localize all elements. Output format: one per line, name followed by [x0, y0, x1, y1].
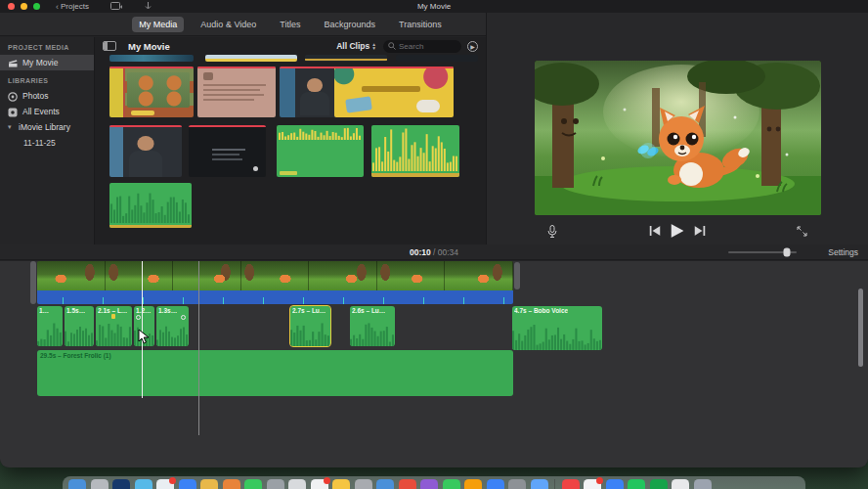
timeline-scrollbar[interactable] [858, 289, 863, 367]
dock-icon[interactable] [399, 479, 416, 489]
media-thumbnail[interactable] [109, 55, 194, 62]
zoom-window-button[interactable] [33, 3, 40, 10]
dock-icon[interactable] [531, 479, 548, 489]
search-input[interactable] [399, 42, 456, 51]
media-browser: My Movie All Clips ▴▾ ▶ [95, 37, 486, 244]
play-button[interactable] [672, 224, 684, 238]
dock-icon[interactable] [584, 479, 601, 489]
audio-clip[interactable]: 1… [37, 306, 63, 346]
media-thumbnail-audio-wave[interactable] [109, 183, 192, 228]
audio-clip[interactable]: 1.3s… [156, 306, 189, 346]
tab-titles[interactable]: Titles [273, 17, 307, 32]
dock-icon[interactable] [112, 479, 130, 489]
dock-icon[interactable] [244, 479, 262, 489]
dock-icon[interactable] [487, 479, 504, 489]
fullscreen-icon[interactable] [797, 226, 807, 237]
clip-trim-handle-right[interactable] [514, 262, 520, 289]
sidebar-item-label: iMovie Library [19, 122, 70, 132]
fox-forest-scene [535, 61, 821, 215]
sidebar-item-imovie-library[interactable]: ▾ iMovie Library [0, 119, 94, 135]
dock-icon[interactable] [267, 479, 284, 489]
media-thumbnail-audio-yellow[interactable] [277, 125, 364, 177]
sidebar-item-photos[interactable]: Photos [0, 88, 94, 104]
sidebar-item-my-movie[interactable]: My Movie [0, 55, 94, 70]
download-arrow-icon[interactable] [144, 2, 152, 11]
next-frame-button[interactable] [695, 226, 706, 236]
time-separator: / [431, 247, 438, 257]
dock-icon[interactable] [288, 479, 306, 489]
dock-icon[interactable] [223, 479, 240, 489]
projects-back-button[interactable]: ‹ Projects [56, 2, 89, 12]
clip-filter-dropdown[interactable]: All Clips ▴▾ [336, 41, 375, 51]
dock-icon[interactable] [376, 479, 394, 489]
sidebar-item-event-11-11-25[interactable]: 11-11-25 [0, 135, 94, 151]
audio-clip[interactable]: 2.1s – L… [96, 306, 132, 346]
dock-icon[interactable] [420, 479, 438, 489]
disclosure-chevron-icon[interactable]: ▾ [8, 123, 14, 131]
sidebar-item-all-events[interactable]: All Events [0, 104, 94, 119]
dock-icon[interactable] [179, 479, 196, 489]
media-thumbnail-fox-collage[interactable] [109, 67, 194, 117]
dock-icon[interactable] [200, 479, 218, 489]
search-field[interactable] [383, 40, 461, 53]
continuous-playback-icon[interactable]: ▶ [467, 41, 478, 52]
browser-title: My Movie [128, 41, 170, 52]
audio-clip-label: 2.1s – L… [98, 307, 127, 314]
audio-clip-bobo-voice[interactable]: 4.7s – Bobo Voice [512, 306, 602, 350]
dock-icon[interactable] [672, 479, 689, 489]
clip-filter-label: All Clips [336, 41, 369, 51]
dock-icon[interactable] [628, 479, 645, 489]
timeline-header: 00:10 / 00:34 Settings [0, 244, 868, 260]
minimize-window-button[interactable] [21, 3, 27, 10]
dock-icon[interactable] [464, 479, 482, 489]
dock-icon[interactable] [355, 479, 372, 489]
transport-controls [487, 220, 868, 242]
media-thumbnail[interactable] [305, 55, 387, 62]
dock-icon[interactable] [156, 479, 174, 489]
media-thumbnail[interactable] [396, 55, 478, 62]
timeline-settings-button[interactable]: Settings [828, 247, 858, 257]
skimmer-line [198, 261, 199, 435]
zoom-slider-knob[interactable] [783, 248, 790, 257]
video-preview[interactable] [535, 61, 821, 215]
media-thumbnail-audio-spikes[interactable] [371, 125, 459, 177]
media-thumbnail-talking-head-2[interactable] [109, 125, 182, 177]
media-thumbnail[interactable] [205, 55, 297, 62]
audio-clip-label: 2.7s – Lu… [292, 307, 326, 314]
import-media-icon[interactable] [110, 2, 122, 11]
fade-handle[interactable] [136, 315, 141, 320]
dock-icon[interactable] [443, 479, 460, 489]
clip-trim-handle-left[interactable] [30, 261, 36, 304]
dock-icon[interactable] [332, 479, 350, 489]
dock-icon[interactable] [91, 479, 108, 489]
tab-transitions[interactable]: Transitions [392, 17, 449, 32]
dock-icon[interactable] [606, 479, 624, 489]
dock-icon[interactable] [508, 479, 526, 489]
dock-icon[interactable] [311, 479, 328, 489]
music-clip-forest-frolic[interactable]: 29.5s – Forest Frolic (1) [37, 350, 513, 396]
media-thumbnail-promo[interactable] [334, 67, 454, 117]
dock-icon[interactable] [135, 479, 152, 489]
video-clip-audio-strip[interactable] [37, 290, 513, 304]
music-clip-label: 29.5s – Forest Frolic (1) [40, 352, 111, 359]
audio-clip[interactable]: 2.6s – Lu… [350, 306, 395, 346]
voiceover-mic-icon[interactable] [547, 225, 557, 238]
filmstrip-frame [37, 261, 106, 290]
dock-icon[interactable] [68, 479, 86, 489]
tab-backgrounds[interactable]: Backgrounds [317, 17, 382, 32]
video-clip-filmstrip[interactable] [37, 261, 513, 290]
fade-handle[interactable] [181, 315, 186, 320]
timeline-zoom-slider[interactable] [728, 251, 797, 253]
dock-icon[interactable] [650, 479, 668, 489]
tab-audio-video[interactable]: Audio & Video [194, 17, 263, 32]
dock-icon[interactable] [694, 479, 712, 489]
previous-frame-button[interactable] [650, 226, 661, 236]
audio-clip[interactable]: 1.5s… [65, 306, 94, 346]
dock-icon[interactable] [562, 479, 580, 489]
sidebar-toggle-icon[interactable] [103, 41, 116, 51]
audio-clip-selected[interactable]: 2.7s – Lu… [290, 306, 330, 346]
media-thumbnail-document[interactable] [197, 67, 276, 117]
tab-my-media[interactable]: My Media [132, 17, 184, 32]
media-thumbnail-screen-recording[interactable] [189, 125, 266, 177]
close-window-button[interactable] [8, 3, 15, 10]
